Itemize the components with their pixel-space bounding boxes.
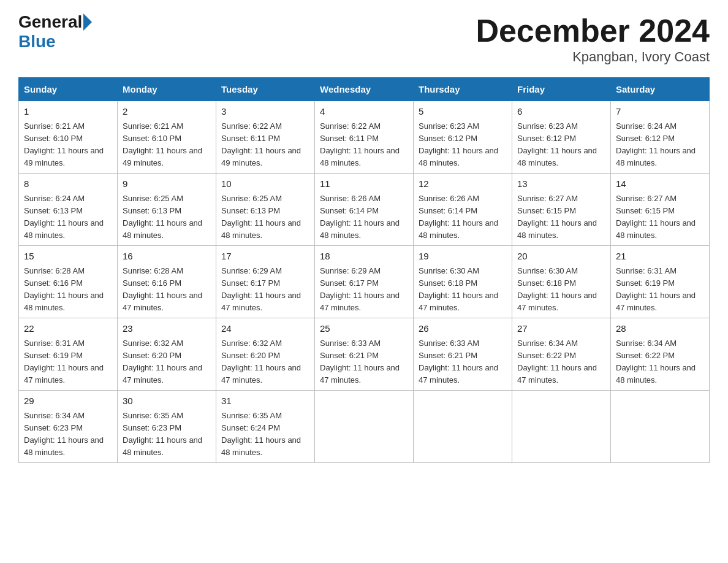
day-number: 25	[320, 322, 408, 336]
day-number: 26	[419, 322, 507, 336]
day-number: 12	[419, 177, 507, 191]
table-row: 17 Sunrise: 6:29 AMSunset: 6:17 PMDaylig…	[216, 246, 315, 318]
day-number: 19	[419, 250, 507, 264]
header-thursday: Thursday	[414, 78, 512, 101]
table-row: 14 Sunrise: 6:27 AMSunset: 6:15 PMDaylig…	[611, 174, 710, 246]
table-row: 28 Sunrise: 6:34 AMSunset: 6:22 PMDaylig…	[611, 318, 710, 391]
header-sunday: Sunday	[19, 78, 118, 101]
day-number: 29	[24, 394, 112, 408]
day-number: 14	[616, 177, 704, 191]
day-info: Sunrise: 6:28 AMSunset: 6:16 PMDaylight:…	[24, 266, 104, 312]
day-number: 8	[24, 177, 112, 191]
day-info: Sunrise: 6:28 AMSunset: 6:16 PMDaylight:…	[123, 266, 202, 312]
day-number: 27	[517, 322, 605, 336]
calendar-week-row: 29 Sunrise: 6:34 AMSunset: 6:23 PMDaylig…	[19, 391, 710, 463]
day-number: 10	[221, 177, 309, 191]
day-info: Sunrise: 6:32 AMSunset: 6:20 PMDaylight:…	[221, 339, 301, 385]
calendar-table: Sunday Monday Tuesday Wednesday Thursday…	[18, 77, 710, 463]
day-info: Sunrise: 6:33 AMSunset: 6:21 PMDaylight:…	[419, 339, 498, 385]
day-info: Sunrise: 6:22 AMSunset: 6:11 PMDaylight:…	[320, 121, 400, 167]
header-saturday: Saturday	[611, 78, 710, 101]
calendar-week-row: 15 Sunrise: 6:28 AMSunset: 6:16 PMDaylig…	[19, 246, 710, 318]
day-number: 20	[517, 250, 605, 264]
calendar-week-row: 1 Sunrise: 6:21 AMSunset: 6:10 PMDayligh…	[19, 101, 710, 174]
table-row: 25 Sunrise: 6:33 AMSunset: 6:21 PMDaylig…	[315, 318, 414, 391]
table-row: 5 Sunrise: 6:23 AMSunset: 6:12 PMDayligh…	[414, 101, 512, 174]
table-row: 9 Sunrise: 6:25 AMSunset: 6:13 PMDayligh…	[118, 174, 216, 246]
day-number: 2	[123, 105, 211, 119]
day-info: Sunrise: 6:29 AMSunset: 6:17 PMDaylight:…	[221, 266, 301, 312]
table-row: 8 Sunrise: 6:24 AMSunset: 6:13 PMDayligh…	[19, 174, 118, 246]
table-row	[512, 391, 611, 463]
table-row: 20 Sunrise: 6:30 AMSunset: 6:18 PMDaylig…	[512, 246, 611, 318]
day-info: Sunrise: 6:23 AMSunset: 6:12 PMDaylight:…	[517, 121, 597, 167]
table-row: 15 Sunrise: 6:28 AMSunset: 6:16 PMDaylig…	[19, 246, 118, 318]
day-number: 31	[221, 394, 309, 408]
day-number: 28	[616, 322, 704, 336]
day-info: Sunrise: 6:34 AMSunset: 6:22 PMDaylight:…	[517, 339, 597, 385]
day-info: Sunrise: 6:26 AMSunset: 6:14 PMDaylight:…	[419, 194, 498, 240]
day-info: Sunrise: 6:24 AMSunset: 6:12 PMDaylight:…	[616, 121, 696, 167]
day-number: 21	[616, 250, 704, 264]
page-header: General Blue December 2024 Kpangban, Ivo…	[18, 12, 710, 65]
day-number: 17	[221, 250, 309, 264]
day-number: 30	[123, 394, 211, 408]
day-number: 16	[123, 250, 211, 264]
day-info: Sunrise: 6:35 AMSunset: 6:23 PMDaylight:…	[123, 411, 202, 457]
table-row: 29 Sunrise: 6:34 AMSunset: 6:23 PMDaylig…	[19, 391, 118, 463]
day-info: Sunrise: 6:25 AMSunset: 6:13 PMDaylight:…	[221, 194, 301, 240]
day-info: Sunrise: 6:30 AMSunset: 6:18 PMDaylight:…	[517, 266, 597, 312]
day-info: Sunrise: 6:29 AMSunset: 6:17 PMDaylight:…	[320, 266, 400, 312]
table-row: 7 Sunrise: 6:24 AMSunset: 6:12 PMDayligh…	[611, 101, 710, 174]
day-info: Sunrise: 6:27 AMSunset: 6:15 PMDaylight:…	[517, 194, 597, 240]
day-number: 13	[517, 177, 605, 191]
table-row: 1 Sunrise: 6:21 AMSunset: 6:10 PMDayligh…	[19, 101, 118, 174]
table-row: 24 Sunrise: 6:32 AMSunset: 6:20 PMDaylig…	[216, 318, 315, 391]
day-info: Sunrise: 6:34 AMSunset: 6:22 PMDaylight:…	[616, 339, 696, 385]
logo-general-text: General	[18, 12, 82, 32]
day-info: Sunrise: 6:21 AMSunset: 6:10 PMDaylight:…	[123, 121, 202, 167]
calendar-week-row: 8 Sunrise: 6:24 AMSunset: 6:13 PMDayligh…	[19, 174, 710, 246]
header-monday: Monday	[118, 78, 216, 101]
table-row: 21 Sunrise: 6:31 AMSunset: 6:19 PMDaylig…	[611, 246, 710, 318]
calendar-week-row: 22 Sunrise: 6:31 AMSunset: 6:19 PMDaylig…	[19, 318, 710, 391]
day-number: 22	[24, 322, 112, 336]
day-info: Sunrise: 6:34 AMSunset: 6:23 PMDaylight:…	[24, 411, 104, 457]
logo-blue-text: Blue	[18, 32, 56, 52]
day-info: Sunrise: 6:21 AMSunset: 6:10 PMDaylight:…	[24, 121, 104, 167]
day-number: 18	[320, 250, 408, 264]
day-info: Sunrise: 6:24 AMSunset: 6:13 PMDaylight:…	[24, 194, 104, 240]
day-info: Sunrise: 6:26 AMSunset: 6:14 PMDaylight:…	[320, 194, 400, 240]
location: Kpangban, Ivory Coast	[476, 49, 710, 65]
table-row: 13 Sunrise: 6:27 AMSunset: 6:15 PMDaylig…	[512, 174, 611, 246]
header-tuesday: Tuesday	[216, 78, 315, 101]
month-title: December 2024	[476, 12, 710, 49]
day-number: 1	[24, 105, 112, 119]
header-friday: Friday	[512, 78, 611, 101]
day-info: Sunrise: 6:33 AMSunset: 6:21 PMDaylight:…	[320, 339, 400, 385]
table-row: 11 Sunrise: 6:26 AMSunset: 6:14 PMDaylig…	[315, 174, 414, 246]
table-row: 16 Sunrise: 6:28 AMSunset: 6:16 PMDaylig…	[118, 246, 216, 318]
table-row: 18 Sunrise: 6:29 AMSunset: 6:17 PMDaylig…	[315, 246, 414, 318]
logo-arrow-icon	[83, 13, 92, 31]
day-number: 5	[419, 105, 507, 119]
calendar-body: 1 Sunrise: 6:21 AMSunset: 6:10 PMDayligh…	[19, 101, 710, 463]
day-number: 4	[320, 105, 408, 119]
table-row: 12 Sunrise: 6:26 AMSunset: 6:14 PMDaylig…	[414, 174, 512, 246]
table-row: 27 Sunrise: 6:34 AMSunset: 6:22 PMDaylig…	[512, 318, 611, 391]
day-info: Sunrise: 6:25 AMSunset: 6:13 PMDaylight:…	[123, 194, 202, 240]
day-info: Sunrise: 6:31 AMSunset: 6:19 PMDaylight:…	[616, 266, 696, 312]
table-row: 10 Sunrise: 6:25 AMSunset: 6:13 PMDaylig…	[216, 174, 315, 246]
table-row: 23 Sunrise: 6:32 AMSunset: 6:20 PMDaylig…	[118, 318, 216, 391]
day-info: Sunrise: 6:30 AMSunset: 6:18 PMDaylight:…	[419, 266, 498, 312]
table-row	[611, 391, 710, 463]
day-number: 7	[616, 105, 704, 119]
day-info: Sunrise: 6:22 AMSunset: 6:11 PMDaylight:…	[221, 121, 301, 167]
title-block: December 2024 Kpangban, Ivory Coast	[476, 12, 710, 65]
table-row: 26 Sunrise: 6:33 AMSunset: 6:21 PMDaylig…	[414, 318, 512, 391]
day-info: Sunrise: 6:35 AMSunset: 6:24 PMDaylight:…	[221, 411, 301, 457]
day-number: 6	[517, 105, 605, 119]
table-row	[315, 391, 414, 463]
table-row: 22 Sunrise: 6:31 AMSunset: 6:19 PMDaylig…	[19, 318, 118, 391]
table-row: 19 Sunrise: 6:30 AMSunset: 6:18 PMDaylig…	[414, 246, 512, 318]
